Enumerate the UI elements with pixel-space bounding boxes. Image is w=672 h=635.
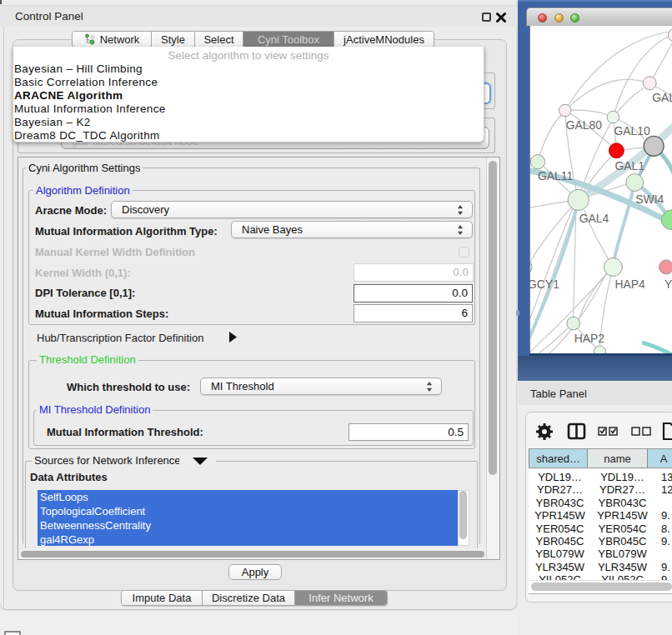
svg-text:GCY1: GCY1 — [529, 278, 559, 291]
svg-text:HAP2: HAP2 — [574, 332, 605, 345]
svg-text:GAL1: GAL1 — [614, 159, 644, 172]
svg-text:GAL10: GAL10 — [614, 124, 650, 138]
svg-text:SWI4: SWI4 — [635, 192, 664, 206]
svg-text:GAL2: GAL2 — [652, 91, 672, 104]
svg-text:GAL4: GAL4 — [579, 212, 609, 225]
svg-text:GAL80: GAL80 — [566, 118, 603, 132]
svg-text:GAL11: GAL11 — [538, 169, 574, 182]
svg-text:Y: Y — [664, 278, 672, 291]
svg-text:HAP4: HAP4 — [614, 278, 645, 291]
